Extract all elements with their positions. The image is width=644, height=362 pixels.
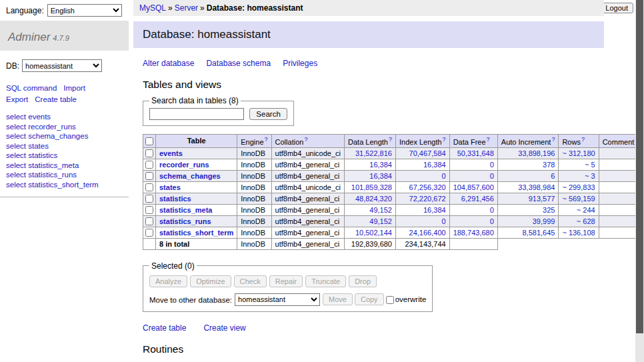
sidebar-select-events[interactable]: select events xyxy=(6,113,123,122)
truncate-button[interactable]: Truncate xyxy=(305,275,346,287)
cell-data-free-link[interactable]: 0 xyxy=(453,161,494,169)
drop-button[interactable]: Drop xyxy=(349,275,377,287)
breadcrumb-mysql[interactable]: MySQL xyxy=(139,3,166,13)
select-all-checkbox[interactable] xyxy=(145,137,153,145)
cell-auto-increment-link[interactable]: 8,581,645 xyxy=(501,229,555,237)
row-checkbox[interactable] xyxy=(145,161,153,169)
table-link-events[interactable]: events xyxy=(159,149,183,157)
cell-rows-link[interactable]: ~ 569,159 xyxy=(562,195,595,203)
sidebar-select-statistics[interactable]: select statistics xyxy=(6,151,123,161)
cell-rows-link[interactable]: ~ 136,108 xyxy=(562,229,595,237)
nav-link-database-schema[interactable]: Database schema xyxy=(206,59,271,68)
breadcrumb-server[interactable]: Server xyxy=(175,3,198,13)
row-checkbox[interactable] xyxy=(145,149,153,157)
row-checkbox[interactable] xyxy=(145,172,153,180)
cell-data-length-link[interactable]: 49,152 xyxy=(348,217,392,225)
row-checkbox[interactable] xyxy=(145,229,153,237)
sidebar-link-import[interactable]: Import xyxy=(63,84,85,92)
overwrite-checkbox[interactable] xyxy=(386,296,394,304)
link-create-view[interactable]: Create view xyxy=(203,323,245,333)
sidebar-link-create-table[interactable]: Create table xyxy=(35,95,77,103)
table-link-schema-changes[interactable]: schema_changes xyxy=(159,172,221,180)
help-link[interactable]: ? xyxy=(551,136,555,143)
analyze-button[interactable]: Analyze xyxy=(149,275,187,287)
move-button[interactable]: Move xyxy=(323,293,353,305)
cell-data-free-link[interactable]: 0 xyxy=(453,206,494,214)
cell-data-free-link[interactable]: 188,743,680 xyxy=(453,229,494,237)
cell-data-free-link[interactable]: 0 xyxy=(453,217,494,225)
cell-auto-increment-link[interactable]: 33,898,196 xyxy=(501,149,555,157)
cell-data-free-link[interactable]: 104,857,600 xyxy=(453,183,494,191)
cell-rows-link[interactable]: ~ 312,180 xyxy=(562,149,595,157)
search-button[interactable]: Search xyxy=(249,108,287,120)
cell-index-length-link[interactable]: 16,384 xyxy=(399,161,446,169)
cell-data-length-link[interactable]: 49,152 xyxy=(348,206,392,214)
cell-data-length-link[interactable]: 31,522,816 xyxy=(348,149,392,157)
help-link[interactable]: ? xyxy=(487,136,490,143)
help-link[interactable]: ? xyxy=(304,136,307,143)
cell-index-length-link[interactable]: 70,467,584 xyxy=(399,149,446,157)
cell-index-length-link[interactable]: 24,166,400 xyxy=(399,229,446,237)
sidebar-select-recorder-runs[interactable]: select recorder_runs xyxy=(6,123,123,132)
nav-link-alter-database[interactable]: Alter database xyxy=(143,59,194,68)
row-checkbox[interactable] xyxy=(145,206,153,214)
cell-index-length-link[interactable]: 67,256,320 xyxy=(399,183,446,191)
logout-button[interactable]: Logout xyxy=(600,3,633,13)
sidebar-select-states[interactable]: select states xyxy=(6,142,123,151)
row-checkbox[interactable] xyxy=(145,183,153,191)
table-link-states[interactable]: states xyxy=(159,183,181,191)
sidebar-select-statistics-meta[interactable]: select statistics_meta xyxy=(6,161,123,171)
check-button[interactable]: Check xyxy=(234,275,267,287)
cell-index-length-link[interactable]: 0 xyxy=(399,172,446,180)
cell-rows-link[interactable]: ~ 5 xyxy=(562,161,595,169)
cell-data-free-link[interactable]: 0 xyxy=(453,172,494,180)
sidebar-link-export[interactable]: Export xyxy=(6,95,28,103)
cell-data-free-link[interactable]: 6,291,456 xyxy=(453,195,494,203)
language-select[interactable]: English xyxy=(47,4,122,17)
table-link-statistics-meta[interactable]: statistics_meta xyxy=(159,206,213,214)
cell-rows-link[interactable]: ~ 3 xyxy=(562,172,595,180)
search-input[interactable] xyxy=(149,108,244,120)
repair-button[interactable]: Repair xyxy=(269,275,303,287)
cell-data-length-link[interactable]: 101,859,328 xyxy=(348,183,392,191)
cell-data-length-link[interactable]: 10,502,144 xyxy=(348,229,392,237)
sidebar-select-schema-changes[interactable]: select schema_changes xyxy=(6,132,123,141)
cell-auto-increment-link[interactable]: 39,999 xyxy=(501,217,555,225)
sidebar-select-statistics-runs[interactable]: select statistics_runs xyxy=(6,171,123,180)
help-link[interactable]: ? xyxy=(443,136,446,143)
row-checkbox[interactable] xyxy=(145,195,153,203)
cell-auto-increment-link[interactable]: 6 xyxy=(501,172,555,180)
cell-index-length-link[interactable]: 72,220,672 xyxy=(399,195,446,203)
sidebar-select-statistics-short-term[interactable]: select statistics_short_term xyxy=(6,181,123,190)
cell-rows-link[interactable]: ~ 299,833 xyxy=(562,183,595,191)
cell-index-length-link[interactable]: 16,384 xyxy=(399,206,446,214)
row-checkbox[interactable] xyxy=(145,217,153,225)
sidebar-link-sql-command[interactable]: SQL command xyxy=(6,84,57,92)
copy-button[interactable]: Copy xyxy=(355,293,384,305)
help-link[interactable]: ? xyxy=(389,136,392,143)
db-select[interactable]: homeassistant xyxy=(22,59,102,72)
scrollbar-thumb[interactable] xyxy=(636,0,643,333)
table-link-statistics-short-term[interactable]: statistics_short_term xyxy=(159,229,233,237)
help-link[interactable]: ? xyxy=(581,136,585,143)
vertical-scrollbar[interactable] xyxy=(635,0,644,362)
cell-data-length-link[interactable]: 48,824,320 xyxy=(348,195,392,203)
cell-data-free-link[interactable]: 50,331,648 xyxy=(453,149,494,157)
nav-link-privileges[interactable]: Privileges xyxy=(283,59,317,68)
table-link-statistics[interactable]: statistics xyxy=(159,195,191,203)
cell-auto-increment-link[interactable]: 378 xyxy=(501,161,555,169)
help-link[interactable]: ? xyxy=(265,136,268,143)
optimize-button[interactable]: Optimize xyxy=(190,275,231,287)
table-link-recorder-runs[interactable]: recorder_runs xyxy=(159,161,209,169)
cell-auto-increment-link[interactable]: 33,398,984 xyxy=(501,183,555,191)
cell-auto-increment-link[interactable]: 325 xyxy=(501,206,555,214)
table-link-statistics-runs[interactable]: statistics_runs xyxy=(159,217,211,225)
cell-data-length-link[interactable]: 16,384 xyxy=(348,172,392,180)
cell-data-length-link[interactable]: 16,384 xyxy=(348,161,392,169)
move-db-select[interactable]: homeassistant xyxy=(235,293,320,306)
cell-rows-link[interactable]: ~ 628 xyxy=(562,217,595,225)
cell-index-length-link[interactable]: 0 xyxy=(399,217,446,225)
cell-rows-link[interactable]: ~ 244 xyxy=(562,206,595,214)
link-create-table[interactable]: Create table xyxy=(143,323,186,333)
cell-auto-increment-link[interactable]: 913,577 xyxy=(501,195,555,203)
